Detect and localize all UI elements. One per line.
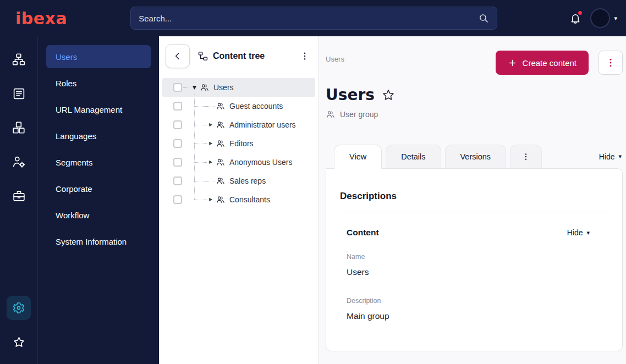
create-content-button[interactable]: Create content [496,51,589,75]
tree-item-anonymous-users[interactable]: ▶ Anonymous Users [162,153,315,172]
sidebar-item-segments[interactable]: Segments [46,151,151,174]
content-tree-title: Content tree [197,51,265,62]
user-group-icon [216,195,226,205]
sidebar-item-users[interactable]: Users [46,45,151,68]
collapse-tree-button[interactable] [166,44,190,68]
notifications-button[interactable] [569,12,581,24]
star-icon [12,335,26,349]
user-gear-icon [12,155,26,169]
tree-item-checkbox[interactable] [173,102,182,111]
chevron-left-icon [172,51,183,62]
plus-icon [508,58,517,68]
user-group-icon [216,101,226,111]
nav-content[interactable] [7,81,31,106]
hide-tabs-toggle[interactable]: Hide ▾ [599,152,623,161]
top-bar: ibexa ▾ [0,0,626,36]
field-description: Description Main group [340,297,608,321]
tree-connector [183,87,190,88]
tree-item-consultants[interactable]: ▶ Consultants [162,190,315,209]
tree-item-checkbox[interactable] [173,139,182,148]
tab-details[interactable]: Details [386,145,441,168]
rail-bottom-group [7,296,31,354]
page-title: Users [326,86,375,104]
gear-icon [12,301,25,315]
tree-item-checkbox[interactable] [173,120,182,129]
tree-item-checkbox[interactable] [173,177,182,185]
field-value: Users [347,267,608,277]
sidebar-item-label: Segments [56,158,93,167]
tree-item-label: Guest accounts [229,102,283,111]
tab-view[interactable]: View [334,145,382,169]
hide-label: Hide [567,228,583,237]
app-window: ibexa ▾ [0,0,626,364]
collapse-icon[interactable]: ▼ [190,85,199,90]
content-group-header: Content Hide ▾ [340,228,608,238]
kebab-icon [300,51,310,61]
chevron-down-icon: ▾ [618,153,622,160]
tree-item-guest-accounts[interactable]: Guest accounts [162,97,315,115]
tree-item-checkbox[interactable] [173,83,182,92]
nav-modules[interactable] [7,115,31,140]
descriptions-heading: Descriptions [340,191,608,202]
admin-sidebar: Users Roles URL Management Languages Seg… [38,36,159,364]
blocks-icon [12,120,26,135]
tree-item-label: Editors [229,139,254,148]
tree-connector [194,125,207,125]
field-name: Name Users [340,253,608,277]
sidebar-item-workflow[interactable]: Workflow [46,203,151,227]
sitemap-icon [12,52,26,67]
tree-item-administrator-users[interactable]: ▶ Administrator users [162,115,315,134]
sidebar-item-roles[interactable]: Roles [46,71,151,95]
tree-item-checkbox[interactable] [173,195,182,204]
search-input[interactable] [139,14,478,23]
nav-content-structure[interactable] [7,47,31,71]
tree-connector [194,181,207,181]
expand-icon[interactable]: ▶ [207,197,215,202]
content-tree-title-text: Content tree [213,51,265,61]
toolbox-icon [12,189,26,203]
tree-connector [194,144,207,144]
content-group-title: Content [347,228,379,238]
tree-children: Guest accounts ▶ Administrator users [162,97,315,209]
tree-item-sales-reps[interactable]: Sales reps [162,172,315,190]
chevron-down-icon: ▾ [614,15,617,22]
sidebar-item-corporate[interactable]: Corporate [46,177,151,200]
user-group-icon [200,82,210,92]
expand-icon[interactable]: ▶ [207,141,215,146]
nav-admin[interactable] [7,150,31,174]
tree-options-button[interactable] [298,49,312,63]
tree-item-label: Administrator users [229,120,296,129]
bookmark-star-icon[interactable] [381,88,396,102]
chevron-down-icon: ▾ [586,229,590,236]
tree-item-checkbox[interactable] [173,158,182,167]
tree-item-editors[interactable]: ▶ Editors [162,134,315,153]
ibexa-logo[interactable]: ibexa [15,9,67,28]
nav-settings[interactable] [7,296,31,320]
tree-item-label: Users [213,83,234,92]
user-group-icon [216,139,226,148]
main-content: Users Create content Users User grou [319,36,626,364]
sidebar-item-languages[interactable]: Languages [46,124,151,147]
sidebar-item-url-management[interactable]: URL Management [46,98,151,121]
content-tree-header: Content tree [159,36,319,76]
expand-icon[interactable]: ▶ [207,160,215,164]
more-actions-button[interactable] [598,51,623,75]
search-icon[interactable] [478,13,489,24]
hide-content-toggle[interactable]: Hide ▾ [567,228,608,237]
sidebar-item-label: Roles [56,79,76,88]
nav-tools[interactable] [7,184,31,208]
tab-label: Details [401,152,425,161]
sidebar-item-system-information[interactable]: System Information [46,230,151,253]
tab-versions[interactable]: Versions [445,145,507,168]
tree-item-users[interactable]: ▼ Users [162,78,315,97]
user-menu[interactable]: ▾ [590,8,617,28]
nav-bookmarks[interactable] [7,330,31,354]
expand-icon[interactable]: ▶ [207,123,215,127]
tree-item-label: Sales reps [229,177,266,185]
tree-item-label: Consultants [229,195,270,204]
header-actions: Create content [496,51,623,75]
tab-label: View [349,152,366,161]
breadcrumb[interactable]: Users [326,51,344,63]
avatar [590,8,610,28]
tab-more[interactable] [510,145,542,168]
